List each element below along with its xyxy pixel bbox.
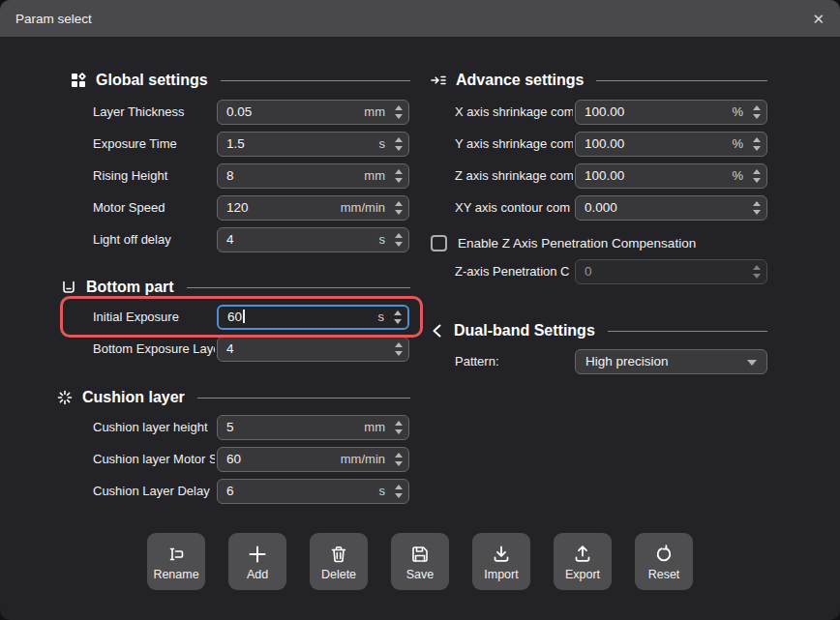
reset-button[interactable]: Reset: [635, 533, 693, 590]
field-label: Cushion Layer Delay: [93, 479, 215, 504]
button-label: Import: [484, 568, 518, 581]
initial-exposure-input[interactable]: 60 s: [217, 305, 409, 330]
field-unit: %: [732, 164, 743, 188]
section-title: Advance settings: [456, 72, 584, 89]
field-value: 100.00: [585, 101, 624, 124]
grid-gear-icon: [70, 72, 87, 89]
field-unit: mm/min: [341, 448, 385, 471]
checkbox-label: Enable Z Axis Penetration Compensation: [458, 236, 696, 251]
divider: [197, 398, 410, 399]
export-button[interactable]: Export: [554, 533, 612, 590]
spinner-arrows[interactable]: [750, 196, 763, 220]
button-label: Reset: [648, 568, 680, 581]
divider: [608, 331, 767, 332]
add-icon: [247, 544, 268, 565]
cushion-layer-height-input[interactable]: 5 mm: [217, 415, 409, 440]
field-label: X axis shrinkage comp: [455, 100, 573, 125]
chevron-left-icon: [430, 322, 445, 340]
section-header-cushion-layer: Cushion layer: [56, 387, 410, 408]
spinner-arrows[interactable]: [392, 480, 405, 503]
spinner-arrows[interactable]: [392, 448, 405, 471]
chevron-down-icon: [747, 360, 757, 366]
param-row: Cushion layer height 5 mm: [0, 415, 840, 440]
button-label: Delete: [321, 568, 356, 581]
field-label: Z-axis Penetration C: [455, 259, 573, 284]
delete-icon: [328, 544, 349, 565]
field-label: Cushion layer height: [93, 415, 215, 440]
text-caret: [243, 310, 245, 323]
cushion-spinner-icon: [56, 389, 74, 406]
field-label: Cushion layer Motor S: [93, 447, 215, 472]
button-label: Add: [247, 568, 268, 581]
pattern-label: Pattern:: [455, 349, 573, 374]
pattern-dropdown[interactable]: High precision: [575, 349, 767, 374]
param-row: Y axis shrinkage com 100.00 %: [0, 132, 840, 157]
param-row: Cushion Layer Delay 6 s: [0, 479, 840, 504]
spinner-arrows: [750, 260, 763, 283]
spinner-arrows[interactable]: [750, 133, 763, 156]
save-button[interactable]: Save: [391, 533, 449, 590]
field-label: XY axis contour com: [455, 195, 573, 221]
spinner-arrows[interactable]: [391, 307, 404, 328]
field-unit: s: [379, 480, 386, 503]
field-unit: %: [732, 101, 743, 124]
action-button-row: Rename Add Delete Save: [0, 533, 840, 590]
enable-z-penetration-row: Enable Z Axis Penetration Compensation: [431, 235, 696, 251]
field-unit: s: [378, 307, 385, 328]
param-row: Cushion layer Motor S 60 mm/min: [0, 447, 840, 472]
field-value: 60: [227, 307, 245, 328]
spinner-arrows[interactable]: [750, 101, 763, 124]
dialog-title: Param select: [15, 12, 92, 26]
field-value: 0: [585, 260, 592, 283]
z-axis-shrinkage-input[interactable]: 100.00 %: [575, 163, 767, 189]
param-select-dialog: Param select ✕ Global settings Layer Thi…: [0, 0, 840, 620]
add-button[interactable]: Add: [228, 533, 286, 590]
param-row: Z-axis Penetration C 0: [0, 259, 840, 284]
section-title: Dual-band Settings: [454, 322, 595, 340]
button-label: Export: [565, 568, 600, 581]
arrow-into-lines-icon: [430, 72, 447, 89]
screen: Param select ✕ Global settings Layer Thi…: [0, 0, 840, 620]
export-icon: [572, 544, 593, 565]
x-axis-shrinkage-input[interactable]: 100.00 %: [575, 100, 767, 125]
field-value: 6: [226, 480, 234, 503]
field-value: 5: [226, 416, 234, 439]
import-button[interactable]: Import: [472, 533, 530, 590]
cushion-layer-motor-speed-input[interactable]: 60 mm/min: [217, 447, 409, 472]
field-value: 100.00: [585, 164, 624, 188]
field-label: Z axis shrinkage com: [455, 163, 573, 189]
rename-button[interactable]: Rename: [147, 533, 205, 590]
y-axis-shrinkage-input[interactable]: 100.00 %: [575, 132, 767, 157]
enable-z-penetration-checkbox[interactable]: [431, 235, 447, 251]
xy-axis-contour-input[interactable]: 0.000: [575, 195, 767, 221]
import-icon: [491, 544, 512, 565]
divider: [221, 80, 410, 81]
param-row: Z axis shrinkage com 100.00 %: [0, 163, 840, 189]
section-title: Cushion layer: [82, 389, 185, 406]
button-label: Rename: [153, 568, 198, 581]
field-label: Y axis shrinkage com: [455, 132, 573, 157]
delete-button[interactable]: Delete: [310, 533, 368, 590]
light-off-delay-input[interactable]: 4 s: [217, 227, 409, 252]
spinner-arrows[interactable]: [392, 228, 405, 251]
section-title: Global settings: [96, 72, 208, 89]
field-unit: s: [379, 228, 386, 251]
field-label: Light off delay: [93, 227, 215, 252]
divider: [596, 80, 767, 81]
spinner-arrows[interactable]: [750, 164, 763, 188]
cushion-layer-delay-input[interactable]: 6 s: [217, 479, 409, 504]
section-header-advance-settings: Advance settings: [430, 70, 767, 91]
pattern-selected-value: High precision: [585, 350, 669, 373]
section-header-dual-band: Dual-band Settings: [430, 320, 767, 341]
z-axis-penetration-input: 0: [575, 259, 767, 284]
close-icon[interactable]: ✕: [812, 12, 825, 26]
divider: [187, 287, 410, 288]
spinner-arrows[interactable]: [392, 416, 405, 439]
field-value: 0.000: [585, 196, 617, 220]
field-unit: mm: [364, 416, 385, 439]
titlebar[interactable]: Param select ✕: [0, 0, 840, 37]
save-icon: [409, 544, 431, 565]
field-value: 60: [226, 448, 241, 471]
field-label: Initial Exposure: [93, 305, 215, 330]
param-row: XY axis contour com 0.000: [0, 195, 840, 221]
